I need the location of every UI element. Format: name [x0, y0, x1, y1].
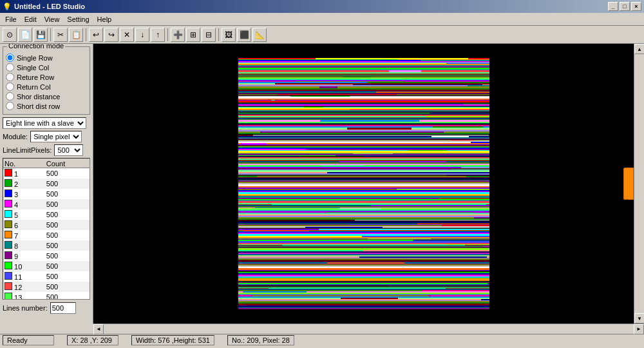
toolbar-sep4: [218, 28, 219, 41]
title-bar: 💡 Untitled - LED Studio _ □ ×: [0, 0, 644, 13]
row-no: 2: [3, 179, 45, 189]
radio-return-col[interactable]: Return Col: [6, 82, 87, 91]
toolbar-down[interactable]: ↓: [135, 28, 149, 42]
toolbar-save[interactable]: 💾: [33, 28, 48, 42]
left-panel: Connection mode Single Row Single Col Re…: [0, 44, 93, 324]
scroll-right-btn[interactable]: ►: [634, 324, 644, 334]
slave-select-row: Eight line with a slave: [3, 117, 90, 129]
table-row: 9 500: [3, 251, 90, 261]
radio-single-row[interactable]: Single Row: [6, 53, 87, 62]
radio-single-col[interactable]: Single Col: [6, 63, 87, 72]
toolbar-up[interactable]: ↑: [151, 28, 165, 42]
row-no: 3: [3, 189, 45, 199]
row-no: 1: [3, 168, 45, 179]
row-no: 5: [3, 209, 45, 220]
scroll-down-btn[interactable]: ▼: [634, 313, 644, 324]
menu-view[interactable]: View: [41, 14, 64, 24]
lines-input[interactable]: [50, 302, 76, 314]
module-select-row: Module: Single pixel: [3, 131, 90, 142]
row-no: 6: [3, 220, 45, 230]
table-row: 13 500: [3, 292, 90, 300]
row-count: 500: [45, 179, 90, 189]
slave-select[interactable]: Eight line with a slave: [3, 117, 86, 129]
col-no: No.: [3, 160, 45, 168]
scroll-left-btn[interactable]: ◄: [93, 324, 104, 334]
title-bar-left: 💡 Untitled - LED Studio: [3, 3, 85, 11]
module-select[interactable]: Single pixel: [30, 131, 82, 142]
table-row: 5 500: [3, 209, 90, 220]
table-row: 3 500: [3, 189, 90, 199]
toolbar: ⊙ 📄 💾 ✂ 📋 ↩ ↪ ✕ ↓ ↑ ➕ ⊞ ⊟ 🖼 ⬛ 📐: [0, 26, 644, 44]
menu-help[interactable]: Help: [93, 14, 116, 24]
table-row: 4 500: [3, 199, 90, 209]
table-row: 7 500: [3, 230, 90, 240]
row-count: 500: [45, 261, 90, 271]
row-no: 9: [3, 251, 45, 261]
scroll-up-btn[interactable]: ▲: [634, 44, 644, 54]
toolbar-delete[interactable]: ✕: [120, 28, 134, 42]
line-limit-select[interactable]: 500: [54, 144, 83, 156]
row-count: 500: [45, 230, 90, 240]
toolbar-grid-add[interactable]: ⊞: [186, 28, 200, 42]
color-table-container[interactable]: No. Count 1 500 2 500 3 500: [3, 158, 90, 300]
status-bar: Ready X: 28 ,Y: 209 Width: 576 ,Height: …: [0, 334, 644, 345]
toolbar-add[interactable]: ➕: [171, 28, 185, 42]
row-no: 7: [3, 230, 45, 240]
toolbar-sep2: [86, 28, 86, 41]
toolbar-grid-remove[interactable]: ⊟: [202, 28, 216, 42]
status-coord-text: X: 28 ,Y: 209: [71, 336, 112, 344]
radio-shor-distance[interactable]: Shor distance: [6, 92, 87, 101]
row-count: 500: [45, 199, 90, 209]
line-limit-label: LineLimitPixels:: [3, 146, 52, 154]
table-row: 10 500: [3, 261, 90, 271]
toolbar-open[interactable]: 📄: [18, 28, 32, 42]
toolbar-cut[interactable]: ✂: [53, 28, 68, 42]
status-pixel-text: No.: 209, Pixel: 28: [232, 336, 290, 344]
row-no: 4: [3, 199, 45, 209]
toolbar-rect[interactable]: ⬛: [237, 28, 251, 42]
toolbar-image[interactable]: 🖼: [222, 28, 236, 42]
row-count: 500: [45, 292, 90, 300]
radio-return-row[interactable]: Reture Row: [6, 73, 87, 81]
close-button[interactable]: ×: [631, 2, 641, 11]
row-no: 8: [3, 240, 45, 251]
row-count: 500: [45, 282, 90, 292]
status-ready-text: Ready: [7, 336, 28, 344]
line-limit-row: LineLimitPixels: 500: [3, 144, 90, 156]
lines-number-row: Lines number:: [3, 302, 90, 314]
row-count: 500: [45, 271, 90, 282]
menu-setting[interactable]: Setting: [63, 14, 93, 24]
menu-file[interactable]: File: [1, 14, 21, 24]
toolbar-redo[interactable]: ↪: [104, 28, 118, 42]
title-text: Untitled - LED Studio: [14, 3, 85, 10]
maximize-button[interactable]: □: [620, 2, 630, 11]
radio-short-dist-row[interactable]: Short dist row: [6, 102, 87, 110]
status-pixel: No.: 209, Pixel: 28: [227, 335, 294, 345]
status-ready: Ready: [3, 335, 54, 345]
row-count: 500: [45, 209, 90, 220]
table-row: 12 500: [3, 282, 90, 292]
toolbar-sep1: [50, 28, 51, 41]
row-count: 500: [45, 240, 90, 251]
led-display: [238, 58, 489, 309]
right-scrollbar: ▲ ▼: [634, 44, 644, 324]
toolbar-measure[interactable]: 📐: [252, 28, 267, 42]
row-no: 13: [3, 292, 45, 300]
menu-edit[interactable]: Edit: [21, 14, 41, 24]
row-no: 11: [3, 271, 45, 282]
row-count: 500: [45, 189, 90, 199]
toolbar-new[interactable]: ⊙: [3, 28, 17, 42]
main-layout: Connection mode Single Row Single Col Re…: [0, 44, 644, 324]
row-no: 12: [3, 282, 45, 292]
title-bar-buttons: _ □ ×: [608, 2, 641, 11]
scroll-track-v[interactable]: [634, 54, 644, 313]
menu-bar: File Edit View Setting Help: [0, 13, 644, 26]
orange-side-button[interactable]: [623, 168, 634, 200]
toolbar-copy[interactable]: 📋: [69, 28, 83, 42]
canvas-area: [93, 44, 634, 324]
minimize-button[interactable]: _: [608, 2, 618, 11]
toolbar-undo[interactable]: ↩: [89, 28, 103, 42]
table-row: 6 500: [3, 220, 90, 230]
connection-mode-label: Connection mode: [7, 44, 65, 50]
row-count: 500: [45, 220, 90, 230]
